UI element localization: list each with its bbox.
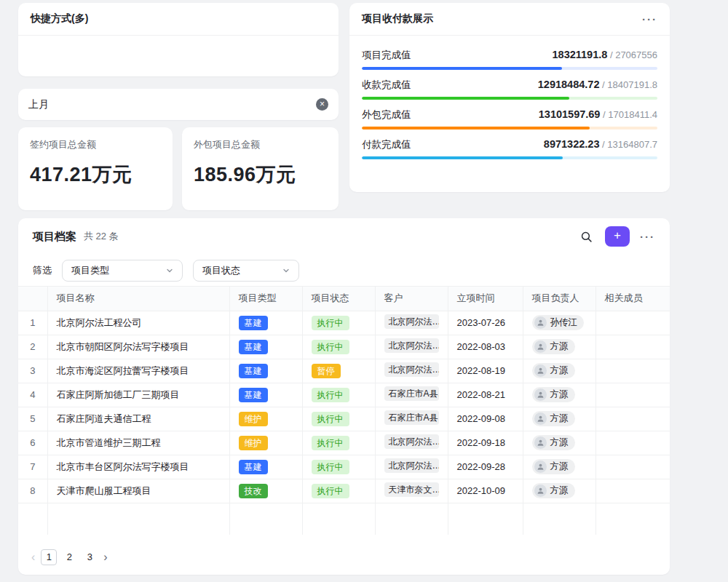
cell-owner: 方源: [523, 359, 596, 383]
customer-chip: 北京阿尔法…: [384, 338, 439, 353]
project-status-dropdown-label: 项目状态: [202, 264, 240, 277]
progress-bar: [362, 127, 657, 129]
table-header-row: 项目名称项目类型项目状态客户立项时间项目负责人相关成员: [18, 287, 670, 311]
type-badge: 维护: [239, 436, 268, 450]
project-type-dropdown[interactable]: 项目类型: [62, 260, 183, 282]
customer-chip: 天津市奈文…: [384, 482, 439, 497]
month-filter-label: 上月: [28, 98, 49, 111]
cell-project-type: 基建: [229, 335, 302, 359]
row-index: 5: [18, 407, 47, 431]
progress-value: 12918484.72: [538, 79, 600, 90]
customer-chip: 石家庄市A县: [384, 410, 439, 425]
progress-bar: [362, 156, 657, 159]
progress-label: 收款完成值: [362, 79, 411, 92]
type-badge: 技改: [239, 484, 268, 498]
customer-chip: 北京阿尔法…: [384, 362, 439, 377]
cell-customer: 北京阿尔法…: [375, 431, 448, 455]
owner-pill: 方源: [532, 339, 575, 354]
cell-start-date: 2022-08-19: [448, 359, 523, 383]
owner-pill: 方源: [532, 387, 575, 402]
cell-members: [596, 407, 670, 431]
add-record-button[interactable]: +: [605, 226, 630, 247]
project-status-dropdown[interactable]: 项目状态: [193, 260, 299, 282]
progress-total: / 27067556: [607, 49, 657, 60]
cell-start-date: 2022-08-21: [448, 383, 523, 407]
pagination-prev-icon[interactable]: ‹: [31, 551, 35, 564]
table-row[interactable]: 6北京市管道维护三期工程维护执行中北京阿尔法…2022-09-18方源: [18, 431, 670, 455]
avatar: [534, 364, 547, 377]
progress-total: / 17018411.4: [600, 109, 657, 120]
cell-project-type: 基建: [229, 359, 302, 383]
column-header-index: [18, 287, 47, 311]
table-row[interactable]: 2北京市朝阳区阿尔法写字楼项目基建执行中北京阿尔法…2022-08-03方源: [18, 335, 670, 359]
table-row[interactable]: 8天津市爬山服工程项目技改执行中天津市奈文…2022-10-09方源: [18, 479, 670, 503]
table-row[interactable]: 3北京市海淀区阿拉蕾写字楼项目基建暂停北京阿尔法…2022-08-19方源: [18, 359, 670, 383]
cell-customer: 石家庄市A县: [375, 407, 448, 431]
owner-name: 方源: [550, 436, 569, 449]
owner-name: 方源: [550, 364, 569, 377]
column-header: 相关成员: [596, 287, 670, 311]
cell-project-status: 执行中: [302, 479, 375, 503]
progress-bar-fill: [362, 67, 562, 70]
status-badge: 执行中: [312, 316, 349, 330]
status-badge: 暂停: [312, 364, 341, 378]
pagination-page-3[interactable]: 3: [82, 549, 98, 565]
owner-name: 方源: [550, 388, 569, 401]
stat-value: 417.21万元: [30, 162, 161, 188]
avatar: [534, 461, 547, 473]
cell-project-name: 石家庄阿道夫通信工程: [47, 407, 229, 431]
clear-filter-icon[interactable]: ×: [316, 98, 328, 111]
owner-pill: 孙传江: [532, 315, 585, 330]
pagination: ‹ 123 ›: [31, 549, 108, 565]
column-header: 项目负责人: [523, 287, 596, 311]
table-row[interactable]: 5石家庄阿道夫通信工程维护执行中石家庄市A县2022-09-08方源: [18, 407, 670, 431]
progress-label: 外包完成值: [362, 108, 411, 121]
owner-name: 方源: [550, 485, 569, 497]
cell-project-name: 北京市丰台区阿尔法写字楼项目: [47, 455, 229, 479]
more-icon[interactable]: ···: [642, 13, 657, 25]
cell-customer: 石家庄市A县…: [375, 383, 448, 407]
pagination-page-2[interactable]: 2: [61, 549, 77, 565]
table-row[interactable]: 1北京阿尔法工程公司基建执行中北京阿尔法…2023-07-26孙传江: [18, 311, 670, 335]
type-badge: 基建: [239, 364, 268, 378]
customer-chip: 北京阿尔法…: [384, 434, 439, 449]
payment-progress-row: 付款完成值8971322.23 / 13164807.7: [362, 137, 657, 159]
owner-name: 方源: [550, 461, 569, 473]
progress-value: 8971322.23: [544, 138, 600, 150]
cell-start-date: 2022-09-28: [448, 455, 523, 479]
progress-label: 项目完成值: [362, 49, 411, 62]
archive-card: 项目档案 共 22 条 + ··· 筛选 项目类型 项目状态 项目名称项目类型项…: [18, 218, 670, 575]
progress-total: / 18407191.8: [599, 79, 657, 90]
status-badge: 执行中: [312, 340, 349, 354]
cell-members: [596, 335, 670, 359]
progress-bar-fill: [362, 156, 563, 159]
cell-owner: 孙传江: [523, 311, 596, 335]
cell-members: [596, 311, 670, 335]
more-icon[interactable]: ···: [640, 231, 655, 243]
month-filter-bar[interactable]: 上月 ×: [18, 89, 339, 120]
status-badge: 执行中: [312, 412, 349, 426]
progress-value: 18321191.8: [553, 49, 608, 60]
table-row[interactable]: 7北京市丰台区阿尔法写字楼项目基建执行中北京阿尔法…2022-09-28方源: [18, 455, 670, 479]
row-index: 3: [18, 359, 47, 383]
cell-customer: 北京阿尔法…: [375, 359, 448, 383]
avatar: [534, 316, 547, 329]
cell-project-name: 天津市爬山服工程项目: [47, 479, 229, 503]
payments-list: 项目完成值18321191.8 / 27067556收款完成值12918484.…: [349, 36, 670, 159]
filter-row: 筛选 项目类型 项目状态: [18, 255, 670, 287]
column-header: 项目类型: [229, 287, 302, 311]
pagination-page-1[interactable]: 1: [41, 549, 57, 565]
table-row[interactable]: 4石家庄阿斯加德工厂三期项目基建执行中石家庄市A县…2022-08-21方源: [18, 383, 670, 407]
cell-project-status: 执行中: [302, 431, 375, 455]
row-index: 2: [18, 335, 47, 359]
column-header: 立项时间: [448, 287, 523, 311]
cell-project-name: 石家庄阿斯加德工厂三期项目: [47, 383, 229, 407]
cell-members: [596, 359, 670, 383]
chevron-down-icon: [166, 267, 173, 274]
archive-record-count: 共 22 条: [84, 230, 119, 243]
type-badge: 基建: [239, 316, 268, 330]
cell-start-date: 2022-09-18: [448, 431, 523, 455]
pagination-next-icon[interactable]: ›: [103, 551, 107, 564]
payment-progress-row: 收款完成值12918484.72 / 18407191.8: [362, 78, 657, 100]
search-icon[interactable]: [576, 226, 596, 247]
